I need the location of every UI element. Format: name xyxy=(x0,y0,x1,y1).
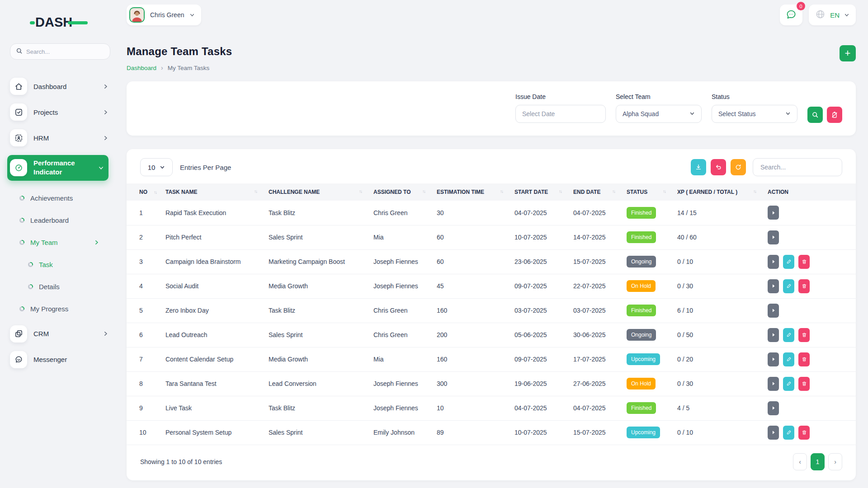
cell-end-date: 14-07-2025 xyxy=(569,225,622,249)
view-task-button[interactable] xyxy=(768,328,779,342)
sidebar-item-performance-indicator[interactable]: Performance Indicator xyxy=(7,155,108,181)
edit-task-button[interactable] xyxy=(783,352,794,366)
edit-task-button[interactable] xyxy=(783,328,794,342)
cell-assigned-to: Joseph Fiennes xyxy=(369,249,432,274)
column-header-task-name[interactable]: TASK NAME↑↓ xyxy=(161,183,264,201)
trash-icon xyxy=(802,430,807,435)
cell-start-date: 04-07-2025 xyxy=(510,201,569,225)
next-page-button[interactable]: › xyxy=(828,453,842,470)
sidebar-item-label: Messenger xyxy=(33,356,67,363)
sidebar-item-my-team[interactable]: My Team xyxy=(10,231,108,253)
delete-task-button[interactable] xyxy=(798,426,810,440)
view-task-button[interactable] xyxy=(768,304,779,318)
view-task-button[interactable] xyxy=(768,279,779,293)
user-name: Chris Green xyxy=(150,11,184,19)
view-task-button[interactable] xyxy=(768,401,779,415)
issue-date-label: Issue Date xyxy=(515,93,606,100)
cell-challenge-name: Lead Conversion xyxy=(264,371,369,396)
sort-icon: ↑↓ xyxy=(254,189,257,194)
page-1-button[interactable]: 1 xyxy=(811,453,825,470)
entries-per-page-select[interactable]: 10 xyxy=(140,158,173,176)
view-task-button[interactable] xyxy=(768,352,779,366)
pagination: ‹ 1 › xyxy=(793,453,842,470)
breadcrumb-dashboard-link[interactable]: Dashboard xyxy=(127,65,156,71)
cell-estimation-time: 300 xyxy=(432,371,510,396)
main-content: Chris Green 0 EN Manage Team Tasks xyxy=(116,0,868,488)
column-header-no[interactable]: NO↑↓ xyxy=(127,183,161,201)
delete-task-button[interactable] xyxy=(798,377,810,391)
title-row: Manage Team Tasks Dashboard › My Team Ta… xyxy=(127,45,856,71)
language-selector[interactable]: EN xyxy=(809,5,856,25)
sidebar-item-crm[interactable]: CRM xyxy=(10,325,108,343)
sidebar-search[interactable] xyxy=(10,43,110,60)
filter-clear-button[interactable] xyxy=(827,107,842,123)
cell-start-date: 04-07-2025 xyxy=(510,396,569,420)
refresh-button[interactable] xyxy=(731,159,746,175)
table-search-input[interactable] xyxy=(753,158,842,176)
breadcrumb: Dashboard › My Team Tasks xyxy=(127,64,232,71)
sidebar-item-messenger[interactable]: Messenger xyxy=(10,351,108,368)
pencil-icon xyxy=(786,259,792,264)
pencil-icon xyxy=(786,332,792,338)
sidebar-item-dashboard[interactable]: Dashboard xyxy=(10,78,108,95)
status-select[interactable]: Select Status xyxy=(712,105,797,123)
cell-assigned-to: Chris Green xyxy=(369,298,432,323)
column-header-assigned-to[interactable]: ASSIGNED TO↑↓ xyxy=(369,183,432,201)
messages-button[interactable]: 0 xyxy=(780,5,802,25)
delete-task-button[interactable] xyxy=(798,279,810,293)
sort-icon: ↑↓ xyxy=(154,190,156,195)
view-task-button[interactable] xyxy=(768,230,779,244)
undo-button[interactable] xyxy=(711,159,726,175)
cell-no: 8 xyxy=(127,371,161,396)
cell-estimation-time: 160 xyxy=(432,347,510,371)
delete-task-button[interactable] xyxy=(798,255,810,269)
sidebar-item-achievements[interactable]: Achievements xyxy=(10,187,108,209)
export-button[interactable] xyxy=(691,159,706,175)
user-menu[interactable]: Chris Green xyxy=(127,5,201,25)
column-header-xp[interactable]: XP ( EARNED / TOTAL )↑↓ xyxy=(673,183,763,201)
chat-badge: 0 xyxy=(797,2,805,10)
delete-task-button[interactable] xyxy=(798,352,810,366)
cell-assigned-to: Mia xyxy=(369,225,432,249)
status-badge: On Hold xyxy=(627,280,656,292)
sidebar-item-my-progress[interactable]: My Progress xyxy=(10,298,108,320)
edit-task-button[interactable] xyxy=(783,279,794,293)
cell-no: 5 xyxy=(127,298,161,323)
add-task-button[interactable]: + xyxy=(840,45,856,61)
sidebar-item-task[interactable]: Task xyxy=(19,253,108,276)
sidebar-item-details[interactable]: Details xyxy=(19,276,108,298)
view-task-button[interactable] xyxy=(768,426,779,440)
column-header-challenge-name[interactable]: CHALLENGE NAME↑↓ xyxy=(264,183,369,201)
edit-task-button[interactable] xyxy=(783,426,794,440)
language-code: EN xyxy=(830,11,840,19)
view-task-button[interactable] xyxy=(768,206,779,220)
column-header-start-date[interactable]: START DATE↑↓ xyxy=(510,183,569,201)
edit-task-button[interactable] xyxy=(783,377,794,391)
sidebar-item-label: Projects xyxy=(33,108,58,116)
team-select[interactable]: Alpha Squad xyxy=(616,105,702,123)
prev-page-button[interactable]: ‹ xyxy=(793,453,807,470)
cell-no: 7 xyxy=(127,347,161,371)
crm-icon xyxy=(10,325,27,343)
edit-task-button[interactable] xyxy=(783,255,794,269)
delete-task-button[interactable] xyxy=(798,328,810,342)
sidebar-item-hrm[interactable]: HRM xyxy=(10,129,108,146)
filter-search-button[interactable] xyxy=(807,107,823,123)
column-header-estimation-time[interactable]: ESTIMATION TIME↑↓ xyxy=(432,183,510,201)
view-task-button[interactable] xyxy=(768,255,779,269)
play-icon xyxy=(771,235,776,239)
cell-task-name: Live Task xyxy=(161,396,264,420)
chevron-right-icon xyxy=(103,109,108,115)
sidebar-item-projects[interactable]: Projects xyxy=(10,103,108,121)
page-title: Manage Team Tasks xyxy=(127,45,232,58)
view-task-button[interactable] xyxy=(768,377,779,391)
issue-date-input[interactable] xyxy=(515,105,606,123)
column-header-end-date[interactable]: END DATE↑↓ xyxy=(569,183,622,201)
sidebar-item-leaderboard[interactable]: Leaderboard xyxy=(10,209,108,231)
column-header-status[interactable]: STATUS↑↓ xyxy=(622,183,673,201)
sort-icon: ↑↓ xyxy=(359,189,362,194)
status-label: Status xyxy=(712,93,797,100)
cell-task-name: Lead Outreach xyxy=(161,323,264,347)
sidebar-search-input[interactable] xyxy=(26,48,94,55)
cell-challenge-name: Marketing Campaign Boost xyxy=(264,249,369,274)
